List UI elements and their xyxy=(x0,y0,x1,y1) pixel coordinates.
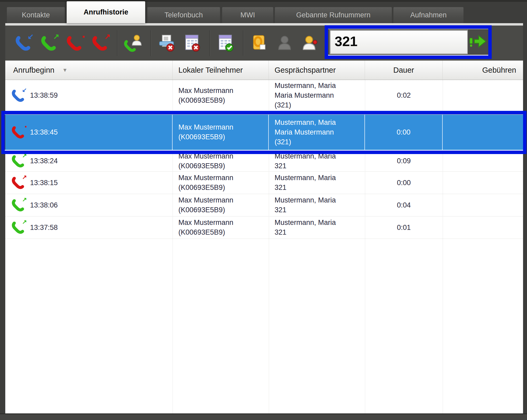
partner-line: Mustermann, Maria xyxy=(275,218,365,228)
partner-line: (321) xyxy=(275,100,365,110)
call-history-window: Kontakte Anrufhistorie Telefonbuch MWI G… xyxy=(0,0,527,420)
delete-call-list-icon xyxy=(183,33,201,53)
cell-lokaler-teilnehmer: Max Mustermann (K00693E5B9) xyxy=(173,80,269,111)
table-body: ↙ 13:38:59 Max Mustermann (K00693E5B9) M… xyxy=(5,80,523,413)
partner-line: Mustermann, Maria xyxy=(275,151,365,161)
cell-dauer: 0:04 xyxy=(365,194,443,216)
delete-fax-journal-button[interactable] xyxy=(155,31,178,56)
tab-kontakte[interactable]: Kontakte xyxy=(7,7,65,23)
tab-bar: Kontakte Anrufhistorie Telefonbuch MWI G… xyxy=(5,0,523,23)
partner-line: Mustermann, Maria xyxy=(275,173,365,183)
toolbar-separator xyxy=(243,30,243,56)
outgoing-call-icon: ↗ xyxy=(11,154,25,168)
tab-mwi[interactable]: MWI xyxy=(222,7,274,23)
panel-top-edge xyxy=(5,23,523,26)
local-id: (K00693E5B9) xyxy=(178,183,269,192)
tab-content-panel: ↙ ↗ ▪ ↗ xyxy=(5,23,523,413)
duration: 0:00 xyxy=(397,179,411,187)
call-row[interactable]: ↗ 13:37:58 Max Mustermann (K00693E5B9) M… xyxy=(5,216,523,239)
duration: 0:09 xyxy=(397,157,411,165)
partner-line: 321 xyxy=(275,205,365,215)
call-time: 13:38:59 xyxy=(30,91,58,100)
partner-line: Mustermann, Maria xyxy=(275,195,365,205)
tab-telefonbuch[interactable]: Telefonbuch xyxy=(147,7,220,23)
toolbar-separator xyxy=(209,30,210,56)
cell-dauer: 0:00 xyxy=(365,114,443,150)
cell-gebuehren xyxy=(443,151,523,171)
column-header-gebuehren[interactable]: Gebühren xyxy=(443,61,523,80)
cell-anrufbeginn: ▪ 13:38:45 xyxy=(5,114,173,150)
outlook-export-button[interactable] xyxy=(247,31,271,56)
partner-line: (321) xyxy=(275,137,364,147)
tab-anrufhistorie[interactable]: Anrufhistorie xyxy=(66,1,145,23)
call-row[interactable]: ↙ 13:38:59 Max Mustermann (K00693E5B9) M… xyxy=(5,80,523,111)
call-row[interactable]: ↗ 13:38:15 Max Mustermann (K00693E5B9) M… xyxy=(5,172,523,194)
toolbar-separator xyxy=(117,30,118,56)
tab-label: Aufnahmen xyxy=(410,11,447,19)
tab-label: Kontakte xyxy=(22,11,50,19)
outgoing-call-icon: ↗ xyxy=(11,221,25,234)
column-header-dauer[interactable]: Dauer xyxy=(365,61,443,80)
window-bottom-edge xyxy=(0,413,527,420)
cell-dauer: 0:00 xyxy=(365,172,443,194)
local-name: Max Mustermann xyxy=(178,195,269,205)
call-contact-button[interactable] xyxy=(121,31,145,56)
partner-line: Maria Mustermann xyxy=(275,127,364,137)
incoming-call-button[interactable]: ↙ xyxy=(11,31,35,56)
cell-anrufbeginn: ↗ 13:37:58 xyxy=(5,216,173,239)
cell-gespraechspartner: Mustermann, Maria Maria Mustermann (321) xyxy=(269,80,365,111)
delete-call-list-button[interactable] xyxy=(180,31,204,56)
partner-line: 321 xyxy=(275,228,365,237)
outgoing-call-icon: ↗ xyxy=(11,198,25,212)
tab-aufnahmen[interactable]: Aufnahmen xyxy=(393,7,464,23)
cell-anrufbeginn: ↗ 13:38:15 xyxy=(5,172,173,194)
cell-gespraechspartner: Mustermann, Maria 321 xyxy=(269,216,365,239)
column-label: Gebühren xyxy=(482,66,516,75)
tab-gebannte-rufnummern[interactable]: Gebannte Rufnummern xyxy=(275,7,392,23)
cell-lokaler-teilnehmer: Max Mustermann (K00693E5B9) xyxy=(173,114,269,150)
sort-descending-icon: ▼ xyxy=(62,67,67,73)
partner-line: Mustermann, Maria xyxy=(275,118,364,127)
column-header-gespraechspartner[interactable]: Gesprächspartner xyxy=(269,61,365,80)
missed-incoming-call-button[interactable]: ▪ xyxy=(62,31,86,56)
cell-lokaler-teilnehmer: Max Mustermann (K00693E5B9) xyxy=(173,194,269,216)
missed-outgoing-call-button[interactable]: ↗ xyxy=(88,31,111,56)
tab-label: Gebannte Rufnummern xyxy=(296,11,370,19)
missed-outgoing-call-icon: ↗ xyxy=(91,35,108,51)
local-name: Max Mustermann xyxy=(178,218,269,228)
add-contact-button[interactable] xyxy=(298,31,322,56)
table-header: Anrufbeginn ▼ Lokaler Teilnehmer Gespräc… xyxy=(5,61,523,80)
cell-dauer: 0:09 xyxy=(365,151,443,171)
missed-call-icon: ▪ xyxy=(11,125,25,139)
call-row-selected[interactable]: ▪ 13:38:45 Max Mustermann (K00693E5B9) M… xyxy=(5,114,523,151)
cell-gebuehren xyxy=(443,80,523,111)
dial-number-input[interactable] xyxy=(329,29,468,54)
column-header-anrufbeginn[interactable]: Anrufbeginn ▼ xyxy=(5,61,173,80)
add-contact-icon xyxy=(302,35,319,52)
partner-line: Maria Mustermann xyxy=(275,91,365,100)
cell-gebuehren xyxy=(443,194,523,216)
tab-label: MWI xyxy=(240,11,255,19)
cell-gebuehren xyxy=(443,172,523,194)
local-id: (K00693E5B9) xyxy=(178,161,269,171)
tab-label: Telefonbuch xyxy=(164,11,203,19)
toolbar-separator xyxy=(328,30,328,56)
cell-dauer: 0:02 xyxy=(365,80,443,111)
incoming-call-icon: ↙ xyxy=(11,89,25,102)
duration: 0:01 xyxy=(397,224,411,232)
dial-button[interactable] xyxy=(468,33,487,50)
cell-lokaler-teilnehmer: Max Mustermann (K00693E5B9) xyxy=(173,172,269,194)
missed-outgoing-call-icon: ↗ xyxy=(11,176,25,190)
duration: 0:00 xyxy=(397,128,411,136)
column-header-lokaler-teilnehmer[interactable]: Lokaler Teilnehmer xyxy=(173,61,269,80)
call-row[interactable]: ↗ 13:38:24 Max Mustermann (K00693E5B9) M… xyxy=(5,151,523,172)
call-row[interactable]: ↗ 13:38:06 Max Mustermann (K00693E5B9) M… xyxy=(5,194,523,216)
confirm-call-list-icon xyxy=(216,33,235,53)
cell-gespraechspartner: Mustermann, Maria Maria Mustermann (321) xyxy=(269,114,365,150)
contact-disabled-button[interactable] xyxy=(273,31,296,56)
duration: 0:04 xyxy=(397,201,411,209)
tab-label: Anrufhistorie xyxy=(84,8,128,16)
confirm-call-list-button[interactable] xyxy=(214,31,237,56)
outlook-icon xyxy=(250,34,268,52)
outgoing-call-button[interactable]: ↗ xyxy=(37,31,60,56)
